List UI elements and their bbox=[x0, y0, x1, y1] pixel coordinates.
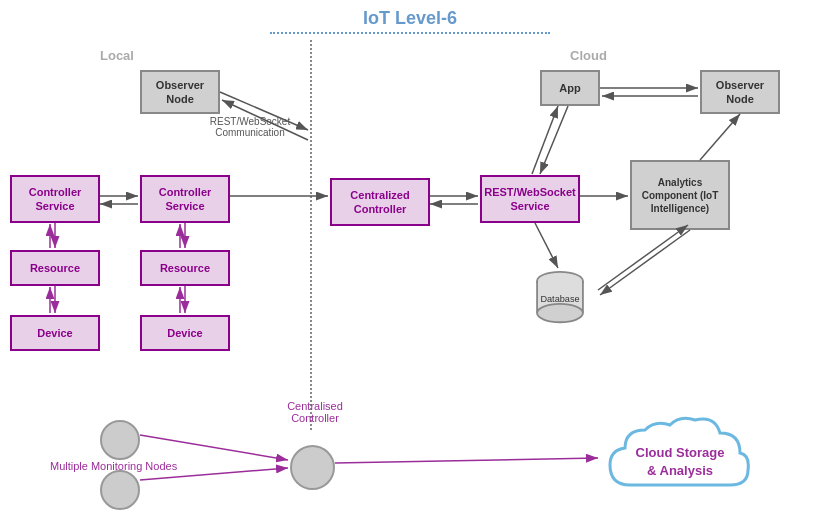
local-label: Local bbox=[100, 48, 134, 63]
device-2: Device bbox=[140, 315, 230, 351]
analytics-component: Analytics Component (IoT Intelligence) bbox=[630, 160, 730, 230]
diagram: IoT Level-6 Local Cloud Observer Node Ap… bbox=[0, 0, 829, 524]
svg-text:& Analysis: & Analysis bbox=[647, 463, 713, 478]
resource-2: Resource bbox=[140, 250, 230, 286]
centralised-controller-circle bbox=[290, 445, 335, 490]
observer-node-local: Observer Node bbox=[140, 70, 220, 114]
svg-line-15 bbox=[532, 106, 558, 174]
centralised-controller-label: CentralisedController bbox=[270, 400, 360, 424]
svg-line-34 bbox=[140, 435, 288, 460]
app-box: App bbox=[540, 70, 600, 106]
svg-line-14 bbox=[540, 106, 568, 174]
cloud-storage-shape: Cloud Storage & Analysis bbox=[600, 415, 760, 505]
divider-line bbox=[310, 40, 312, 430]
monitoring-nodes-label: Multiple Monitoring Nodes bbox=[50, 460, 177, 472]
centralized-controller: Centralized Controller bbox=[330, 178, 430, 226]
svg-text:Database: Database bbox=[540, 294, 579, 304]
rest-websocket-service: REST/WebSocket Service bbox=[480, 175, 580, 223]
svg-line-30 bbox=[700, 114, 740, 160]
database-icon: Database bbox=[530, 270, 590, 325]
monitoring-node-2 bbox=[100, 470, 140, 510]
observer-node-cloud: Observer Node bbox=[700, 70, 780, 114]
resource-1: Resource bbox=[10, 250, 100, 286]
monitoring-node-1 bbox=[100, 420, 140, 460]
device-1: Device bbox=[10, 315, 100, 351]
svg-line-36 bbox=[335, 458, 598, 463]
controller-service-1: Controller Service bbox=[10, 175, 100, 223]
svg-line-33 bbox=[535, 223, 558, 268]
svg-line-31 bbox=[600, 230, 690, 295]
svg-line-32 bbox=[598, 225, 688, 290]
cloud-label: Cloud bbox=[570, 48, 607, 63]
comm-label: REST/WebSocketCommunication bbox=[190, 116, 310, 138]
controller-service-2: Controller Service bbox=[140, 175, 230, 223]
svg-point-2 bbox=[537, 304, 583, 322]
svg-text:Cloud Storage: Cloud Storage bbox=[636, 445, 725, 460]
page-title: IoT Level-6 bbox=[270, 8, 550, 29]
